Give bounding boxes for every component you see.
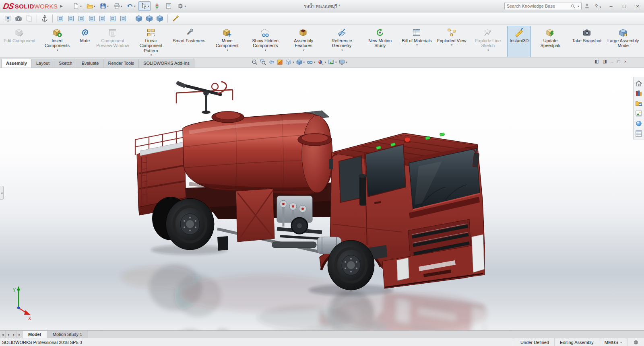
reference-geometry-button[interactable]: Reference Geometry▾: [323, 26, 361, 57]
view-settings-dropdown-icon[interactable]: ▾: [346, 61, 348, 64]
tab-evaluate[interactable]: Evaluate: [77, 59, 104, 68]
new-motion-study-button[interactable]: New Motion Study: [361, 26, 399, 57]
file-explorer-button[interactable]: [635, 99, 643, 107]
top-view-button[interactable]: [97, 14, 107, 23]
tab-motion-study-1[interactable]: Motion Study 1: [47, 331, 88, 338]
previous-view-button[interactable]: [268, 59, 275, 66]
hide-show-items-button[interactable]: ▾: [306, 59, 316, 66]
apply-scene-dropdown-icon[interactable]: ▾: [335, 61, 337, 64]
view-orientation-button[interactable]: ▾: [285, 59, 294, 66]
model-nav-last[interactable]: ▶: [17, 331, 23, 338]
instant3d-button[interactable]: Instant3D: [507, 26, 531, 57]
bottom-view-button[interactable]: [108, 14, 118, 23]
exploded-view-dropdown-icon[interactable]: ▾: [451, 43, 453, 46]
front-view-button[interactable]: [56, 14, 65, 23]
search-dropdown-icon[interactable]: ▾: [578, 5, 579, 8]
large-assembly-mode-button[interactable]: Large Assembly Mode: [604, 26, 642, 57]
tab-model[interactable]: Model: [23, 331, 47, 338]
close-button[interactable]: ×: [632, 1, 643, 11]
appearances-button[interactable]: [635, 119, 643, 128]
hide-show-items-dropdown-icon[interactable]: ▾: [314, 61, 316, 64]
help-button[interactable]: ? ▾: [592, 3, 603, 9]
trimetric-view-button[interactable]: [155, 14, 165, 23]
insert-components-button[interactable]: Insert Components▾: [38, 26, 76, 57]
mate-button[interactable]: Mate: [76, 26, 93, 57]
exploded-view-button[interactable]: Exploded View▾: [435, 26, 469, 57]
tab-solidworks-add-ins[interactable]: SOLIDWORKS Add-Ins: [138, 59, 194, 68]
reference-geometry-dropdown-icon[interactable]: ▾: [341, 49, 343, 51]
zoom-to-area-button[interactable]: [260, 59, 266, 66]
back-view-button[interactable]: [66, 14, 76, 23]
show-hidden-components-button[interactable]: Show Hidden Components▾: [246, 26, 284, 57]
open-button[interactable]: ▾: [85, 1, 97, 11]
insert-components-dropdown-icon[interactable]: ▾: [57, 49, 58, 51]
view-settings-button[interactable]: ▾: [339, 59, 348, 66]
options-dropdown-icon[interactable]: ▾: [184, 5, 186, 8]
doc-close-button[interactable]: ×: [623, 59, 628, 64]
truck-model[interactable]: [135, 82, 485, 290]
graphics-viewport[interactable]: Y X ◂: [0, 68, 644, 330]
section-view-button[interactable]: [277, 59, 283, 66]
edit-appearance-dropdown-icon[interactable]: ▾: [325, 61, 326, 64]
move-component-button[interactable]: Move Component▾: [208, 26, 246, 57]
view-orientation-dropdown-icon[interactable]: ▾: [293, 61, 294, 64]
take-snapshot-button[interactable]: Take Snapshot: [570, 26, 604, 57]
display-style-button[interactable]: ▾: [296, 59, 305, 66]
search-box[interactable]: ▾: [504, 2, 582, 10]
graphics-area[interactable]: Y X: [0, 68, 644, 330]
undo-dropdown-icon[interactable]: ▾: [134, 5, 136, 8]
isometric-view-button[interactable]: [134, 14, 144, 23]
menu-flyout-icon[interactable]: ▶: [60, 4, 63, 8]
view-palette-button[interactable]: [635, 109, 643, 117]
linear-component-pattern-button[interactable]: Linear Component Pattern▾: [132, 26, 170, 57]
doc-restore-button[interactable]: □: [616, 59, 621, 64]
next-document-button[interactable]: ◨: [601, 59, 608, 64]
display-style-dropdown-icon[interactable]: ▾: [303, 61, 305, 64]
update-speedpak-button[interactable]: Update Speedpak: [531, 26, 569, 57]
rebuild-button[interactable]: [152, 1, 162, 11]
smart-fasteners-button[interactable]: Smart Fasteners: [170, 26, 208, 57]
search-icon[interactable]: [570, 4, 576, 9]
anchor-tool-button[interactable]: [40, 14, 50, 23]
screen-capture-button[interactable]: [3, 14, 13, 23]
minimize-button[interactable]: –: [605, 1, 617, 11]
new-document-dropdown-icon[interactable]: ▾: [80, 5, 82, 8]
edit-appearance-button[interactable]: ▾: [317, 59, 326, 66]
show-hidden-components-dropdown-icon[interactable]: ▾: [265, 49, 266, 51]
move-component-dropdown-icon[interactable]: ▾: [227, 49, 228, 51]
model-nav-first[interactable]: ◀: [0, 331, 6, 338]
dimetric-view-button[interactable]: [144, 14, 154, 23]
undo-button[interactable]: ▾: [125, 1, 137, 11]
units-selector[interactable]: MMGS ▲: [599, 338, 627, 346]
previous-document-button[interactable]: ◧: [593, 59, 600, 64]
file-properties-button[interactable]: [163, 1, 174, 11]
custom-properties-button[interactable]: [635, 130, 643, 138]
home-button[interactable]: [635, 79, 643, 87]
search-input[interactable]: [507, 4, 569, 8]
select-button[interactable]: ▾: [138, 1, 151, 11]
model-nav-next[interactable]: ▶: [11, 331, 17, 338]
model-nav-prev[interactable]: ◀: [6, 331, 11, 338]
design-library-button[interactable]: [635, 89, 643, 97]
options-button[interactable]: ▾: [175, 1, 188, 11]
new-document-button[interactable]: ▾: [71, 1, 83, 11]
tab-sketch[interactable]: Sketch: [54, 59, 77, 68]
linear-component-pattern-dropdown-icon[interactable]: ▾: [151, 54, 152, 56]
save-button[interactable]: ▾: [98, 1, 110, 11]
assembly-features-dropdown-icon[interactable]: ▾: [303, 49, 305, 51]
right-view-button[interactable]: [87, 14, 97, 23]
measure-tool-button[interactable]: [171, 14, 180, 23]
tag-button[interactable]: [627, 338, 644, 346]
bill-of-materials-dropdown-icon[interactable]: ▾: [416, 43, 418, 46]
user-account-button[interactable]: [584, 2, 590, 10]
photo-capture-button[interactable]: [14, 14, 23, 23]
maximize-button[interactable]: □: [619, 1, 630, 11]
tab-assembly[interactable]: Assembly: [1, 59, 32, 68]
tab-layout[interactable]: Layout: [31, 59, 54, 68]
open-dropdown-icon[interactable]: ▾: [94, 5, 95, 8]
tab-render-tools[interactable]: Render Tools: [103, 59, 139, 68]
print-button[interactable]: ▾: [111, 1, 124, 11]
zoom-to-fit-button[interactable]: [251, 59, 258, 66]
apply-scene-button[interactable]: ▾: [328, 59, 337, 66]
select-dropdown-icon[interactable]: ▾: [148, 5, 149, 8]
